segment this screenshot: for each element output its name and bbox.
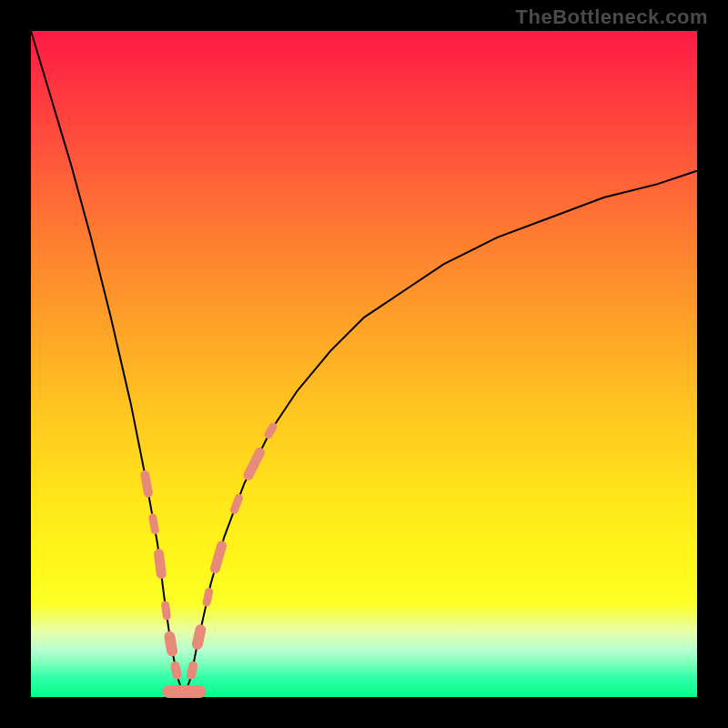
bead-segment bbox=[215, 546, 221, 569]
bead-segment bbox=[159, 554, 162, 574]
bead-segment bbox=[248, 452, 260, 475]
bead-segment bbox=[169, 637, 172, 652]
bead-segment bbox=[207, 592, 209, 602]
bead-segment bbox=[268, 427, 273, 435]
chart-svg bbox=[0, 0, 728, 728]
bead-segment bbox=[235, 498, 239, 510]
bead-segment bbox=[176, 666, 177, 675]
bead-segment bbox=[153, 518, 156, 531]
bead-segment bbox=[197, 630, 200, 644]
bottleneck-curve bbox=[31, 31, 697, 697]
bead-cluster bbox=[145, 427, 273, 692]
bead-segment bbox=[145, 475, 148, 493]
bead-segment bbox=[166, 605, 167, 616]
bead-segment bbox=[191, 666, 193, 675]
